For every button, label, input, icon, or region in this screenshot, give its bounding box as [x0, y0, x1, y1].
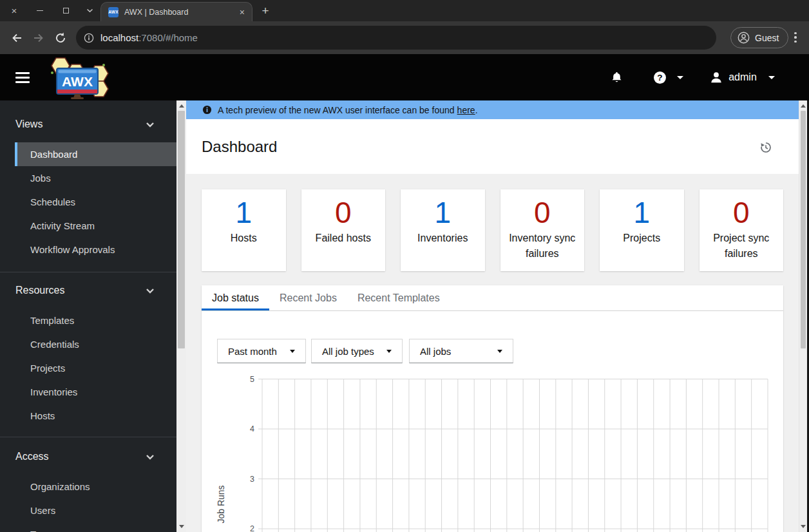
tech-preview-banner: A tech preview of the new AWX user inter… [186, 100, 799, 119]
sidebar-item-dashboard[interactable]: Dashboard [15, 142, 176, 166]
stat-card-inventory-sync-failures[interactable]: 0 Inventory sync failures [500, 189, 585, 271]
awx-masthead: AWX ? admin [0, 54, 809, 100]
nav-group-label: Access [15, 451, 49, 462]
notifications-button[interactable] [608, 54, 625, 100]
tab-recent-jobs[interactable]: Recent Jobs [269, 285, 347, 310]
window-minimize-button[interactable] [30, 0, 50, 21]
sidebar-item-templates[interactable]: Templates [15, 309, 176, 332]
question-circle-icon: ? [653, 71, 667, 84]
stat-card-projects[interactable]: 1 Projects [600, 189, 684, 271]
browser-tab[interactable]: AWX AWX | Dashboard × [100, 2, 252, 21]
window-maximize-button[interactable] [55, 0, 76, 21]
user-menu-button[interactable] [709, 54, 724, 100]
sidebar-scrollbar[interactable] [176, 100, 186, 532]
scroll-down-arrow[interactable] [799, 525, 807, 528]
profile-button[interactable]: Guest [730, 27, 788, 48]
scroll-up-arrow[interactable] [176, 104, 186, 108]
stat-value: 0 [301, 196, 386, 229]
history-button[interactable] [759, 141, 772, 154]
stat-card-hosts[interactable]: 1 Hosts [202, 189, 286, 271]
chevron-down-icon [86, 8, 93, 13]
nav-group-access-header[interactable]: Access [0, 449, 176, 464]
nav-group-label: Resources [15, 285, 64, 296]
tab-job-status[interactable]: Job status [202, 285, 269, 310]
chevron-down-icon [146, 288, 155, 294]
nav-group-label: Views [15, 119, 43, 130]
browser-toolbar: localhost:7080/#/home Guest [0, 21, 809, 54]
tab-title: AWX | Dashboard [124, 8, 236, 17]
forward-button[interactable] [27, 26, 50, 50]
stat-value: 1 [401, 196, 485, 229]
job-filter-select[interactable]: All jobs [409, 339, 513, 363]
window-close-button[interactable]: × [4, 0, 24, 21]
sidebar-item-users[interactable]: Users [15, 499, 176, 522]
stat-card-inventories[interactable]: 1 Inventories [401, 189, 485, 271]
sidebar-item-inventories[interactable]: Inventories [15, 380, 176, 404]
scrollbar-thumb[interactable] [178, 111, 185, 348]
job-status-panel: Job status Recent Jobs Recent Templates … [202, 285, 783, 532]
sidebar-item-credentials[interactable]: Credentials [15, 332, 176, 356]
svg-text:3: 3 [250, 475, 254, 484]
user-dropdown-toggle[interactable] [765, 54, 778, 100]
svg-text:2: 2 [250, 524, 254, 532]
sidebar-item-schedules[interactable]: Schedules [15, 190, 176, 214]
main-content: A tech preview of the new AWX user inter… [186, 100, 799, 532]
chart-filters: Past month All job types All jobs [217, 339, 783, 363]
svg-text:5: 5 [250, 375, 254, 384]
stat-card-failed-hosts[interactable]: 0 Failed hosts [301, 189, 386, 271]
nav-group-resources-header[interactable]: Resources [0, 283, 176, 298]
help-button[interactable]: ? [651, 54, 669, 100]
job-type-select[interactable]: All job types [311, 339, 403, 363]
username-label: admin [728, 54, 757, 100]
reload-icon [54, 32, 67, 44]
sidebar-item-activity-stream[interactable]: Activity Stream [15, 214, 176, 238]
stat-value: 1 [202, 196, 286, 229]
scroll-up-arrow[interactable] [799, 104, 807, 108]
svg-text:AWX: AWX [62, 74, 93, 89]
page-header: Dashboard [186, 119, 799, 174]
stat-label: Inventory sync failures [500, 231, 585, 261]
chevron-down-icon [146, 454, 155, 460]
page-title: Dashboard [202, 138, 277, 156]
url-text: localhost:7080/#/home [100, 32, 198, 43]
scroll-down-arrow[interactable] [176, 525, 186, 528]
period-select[interactable]: Past month [217, 339, 306, 363]
bell-icon [611, 71, 623, 84]
profile-label: Guest [755, 33, 779, 43]
new-tab-button[interactable]: + [256, 2, 274, 20]
awx-favicon: AWX [108, 7, 119, 17]
chevron-down-icon [290, 350, 295, 353]
nav-group-access: Access Organizations Users Teams [0, 437, 176, 532]
banner-here-link[interactable]: here [457, 105, 475, 115]
main-scrollbar[interactable] [799, 100, 807, 532]
back-button[interactable] [5, 26, 28, 50]
sidebar-item-organizations[interactable]: Organizations [15, 475, 176, 499]
sidebar-nav: Views Dashboard Jobs Schedules Activity … [0, 100, 176, 532]
awx-logo[interactable]: AWX [43, 55, 112, 99]
tab-close-button[interactable]: × [236, 7, 248, 17]
back-icon [10, 32, 23, 44]
chevron-down-icon [386, 350, 392, 353]
stat-label: Failed hosts [301, 231, 386, 246]
stat-card-project-sync-failures[interactable]: 0 Project sync failures [700, 189, 784, 271]
history-icon [759, 141, 772, 154]
site-info-icon[interactable] [84, 33, 94, 43]
sidebar-item-hosts[interactable]: Hosts [15, 404, 176, 428]
window-menu-button[interactable] [79, 0, 100, 21]
sidebar-item-teams[interactable]: Teams [15, 522, 176, 532]
sidebar-item-projects[interactable]: Projects [15, 356, 176, 380]
url-path: :7080/#/home [138, 32, 198, 43]
nav-toggle-button[interactable] [15, 72, 30, 83]
help-dropdown-toggle[interactable] [674, 54, 687, 100]
sidebar-item-workflow-approvals[interactable]: Workflow Approvals [15, 238, 176, 261]
url-bar[interactable]: localhost:7080/#/home [76, 26, 716, 50]
browser-menu-button[interactable] [785, 27, 806, 48]
stat-label: Projects [600, 231, 684, 246]
url-host: localhost [100, 32, 138, 43]
reload-button[interactable] [49, 26, 72, 50]
tab-recent-templates[interactable]: Recent Templates [347, 285, 450, 310]
nav-group-views: Views Dashboard Jobs Schedules Activity … [0, 100, 176, 272]
scrollbar-thumb[interactable] [801, 111, 806, 348]
nav-group-views-header[interactable]: Views [0, 117, 176, 132]
sidebar-item-jobs[interactable]: Jobs [15, 166, 176, 190]
